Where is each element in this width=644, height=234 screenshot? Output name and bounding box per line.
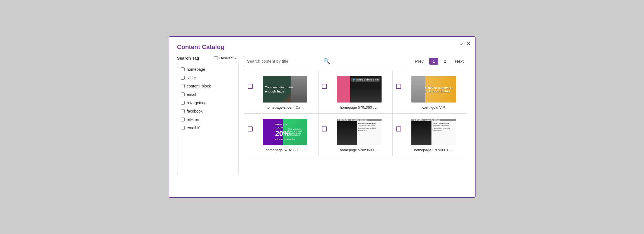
tag-checkbox[interactable] <box>181 126 185 130</box>
tag-label: email10 <box>187 126 201 130</box>
tag-label: homepage <box>187 67 205 72</box>
page-2-button[interactable]: 2 <box>440 58 449 65</box>
search-tag-label: Search Tag <box>177 56 199 60</box>
item-thumbnail: TORRETS Loyalty Bronze Bronze Level Bene… <box>337 119 382 145</box>
search-box: 🔍 <box>244 56 333 66</box>
item-thumbnail: SIGN UP TODAY 20% off your next order Cl… <box>263 119 307 145</box>
main-content: 🔍 Prev 1 2 Next You can never have enoug… <box>244 56 467 174</box>
tag-item[interactable]: facebook <box>177 107 238 115</box>
grid-cell: TORRETS Loyalty Bronze Bronze Level Bene… <box>319 114 393 156</box>
item-checkbox-container[interactable] <box>248 84 253 90</box>
grid-cell: You can never have enough bags homepage-… <box>244 71 319 114</box>
tag-checkbox[interactable] <box>181 92 185 96</box>
tag-item[interactable]: content_block <box>177 82 238 90</box>
modal-controls: ⤢ ✕ <box>460 41 471 47</box>
item-content: 🐦 A little birdie told me homepage 570x3… <box>330 76 389 109</box>
prev-button[interactable]: Prev <box>412 58 427 65</box>
tag-label: referrer <box>187 117 200 122</box>
tag-item[interactable]: referrer <box>177 115 238 124</box>
item-label: homepage 570x360 Lo... <box>266 148 305 152</box>
item-thumbnail: TORRETS Loyalty Silver Silver Level Bene… <box>411 119 456 145</box>
pagination: Prev 1 2 Next <box>412 58 467 65</box>
item-label: cart : gold VIP <box>422 105 445 109</box>
deselect-all-control[interactable]: Deselect All <box>214 56 238 60</box>
tag-item[interactable]: slider <box>177 74 238 82</box>
item-thumbnail: 🐦 A little birdie told me <box>337 76 382 103</box>
tag-label: slider <box>187 75 196 80</box>
tag-checkbox[interactable] <box>181 101 185 105</box>
item-checkbox-container[interactable] <box>322 84 327 90</box>
grid-cell: SIGN UP TODAY 20% off your next order Cl… <box>244 114 319 156</box>
tag-item[interactable]: homepage <box>177 65 238 74</box>
item-checkbox[interactable] <box>322 126 327 131</box>
close-icon[interactable]: ✕ <box>466 41 471 47</box>
next-button[interactable]: Next <box>452 58 467 65</box>
item-content: TORRETS Loyalty Silver Silver Level Bene… <box>404 119 463 152</box>
content-catalog-modal: Content Catalog ⤢ ✕ Search Tag Deselect … <box>169 36 476 198</box>
grid-cell: TORRETS Loyalty Silver Silver Level Bene… <box>393 114 467 156</box>
top-bar: 🔍 Prev 1 2 Next <box>244 56 467 66</box>
deselect-all-checkbox[interactable] <box>214 56 218 60</box>
item-checkbox[interactable] <box>396 84 401 89</box>
tag-list: homepageslidercontent_blockemailretarget… <box>177 63 238 174</box>
tag-item[interactable]: email10 <box>177 124 238 132</box>
tag-label: facebook <box>187 109 203 113</box>
item-content: SIGN UP TODAY 20% off your next order Cl… <box>255 119 315 152</box>
search-icon: 🔍 <box>323 58 330 64</box>
item-label: homepage 570x360 Lo... <box>414 148 453 152</box>
item-label: homepage-slider : Cate... <box>266 105 305 109</box>
search-input[interactable] <box>247 59 321 64</box>
tag-checkbox[interactable] <box>181 109 185 113</box>
item-checkbox-container[interactable] <box>248 126 253 133</box>
tag-item[interactable]: retargetting <box>177 99 238 107</box>
tag-item[interactable]: email <box>177 90 238 99</box>
tag-label: email <box>187 92 196 97</box>
tag-label: retargetting <box>187 101 207 105</box>
sidebar: Search Tag Deselect All homepagesliderco… <box>177 56 238 174</box>
expand-icon[interactable]: ⤢ <box>460 41 464 47</box>
item-checkbox-container[interactable] <box>322 126 327 133</box>
deselect-all-label: Deselect All <box>220 56 238 60</box>
item-checkbox-container[interactable] <box>396 126 401 133</box>
grid-cell: Spend $4000 to qualify for Loyalty Bronz… <box>393 71 467 114</box>
item-content: Spend $4000 to qualify for Loyalty Bronz… <box>404 76 463 109</box>
page-1-button[interactable]: 1 <box>429 58 438 65</box>
item-thumbnail: You can never have enough bags <box>263 76 307 103</box>
item-label: homepage 570x360 Lo... <box>340 148 379 152</box>
grid-cell: 🐦 A little birdie told me homepage 570x3… <box>319 71 393 114</box>
tag-checkbox[interactable] <box>181 118 185 121</box>
tag-checkbox[interactable] <box>181 67 185 71</box>
item-checkbox-container[interactable] <box>396 84 401 90</box>
item-checkbox[interactable] <box>322 84 327 89</box>
item-content: TORRETS Loyalty Bronze Bronze Level Bene… <box>330 119 389 152</box>
item-checkbox[interactable] <box>396 126 401 131</box>
tag-checkbox[interactable] <box>181 84 185 88</box>
item-label: homepage 570x360 : R... <box>340 105 379 109</box>
content-grid: You can never have enough bags homepage-… <box>244 71 467 156</box>
item-checkbox[interactable] <box>248 84 253 89</box>
tag-checkbox[interactable] <box>181 76 185 80</box>
modal-title: Content Catalog <box>177 43 467 51</box>
item-checkbox[interactable] <box>248 126 253 131</box>
tag-label: content_block <box>187 84 211 88</box>
item-content: You can never have enough bags homepage-… <box>255 76 315 109</box>
item-thumbnail: Spend $4000 to qualify for Loyalty Bronz… <box>411 76 456 103</box>
